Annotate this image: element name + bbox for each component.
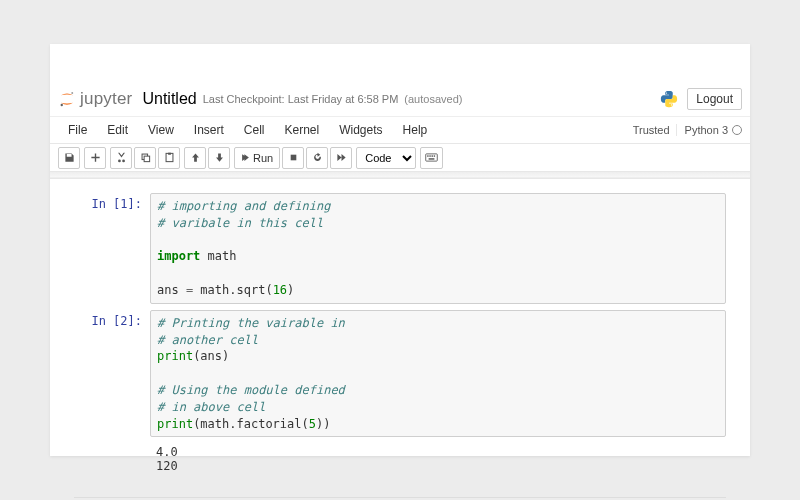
notebook-area: In [1]: # importing and defining # varib… bbox=[50, 179, 750, 491]
menu-cell[interactable]: Cell bbox=[234, 119, 275, 141]
clipboard-icon bbox=[164, 152, 175, 163]
menu-file[interactable]: File bbox=[58, 119, 97, 141]
arrow-up-icon bbox=[190, 152, 201, 163]
input-prompt: In [2]: bbox=[74, 310, 150, 438]
arrow-down-icon bbox=[214, 152, 225, 163]
menu-edit[interactable]: Edit bbox=[97, 119, 138, 141]
restart-icon bbox=[312, 152, 323, 163]
svg-point-3 bbox=[671, 104, 672, 105]
fast-forward-icon bbox=[336, 152, 347, 163]
code-cell[interactable]: In [2]: # Printing the vairable in # ano… bbox=[74, 310, 726, 438]
svg-rect-5 bbox=[144, 156, 150, 162]
save-icon bbox=[64, 152, 75, 163]
cell-input[interactable]: # Printing the vairable in # another cel… bbox=[150, 310, 726, 438]
plus-icon bbox=[90, 152, 101, 163]
run-icon bbox=[241, 153, 250, 162]
jupyter-wordmark: jupyter bbox=[80, 89, 132, 109]
run-button[interactable]: Run bbox=[234, 147, 280, 169]
kernel-idle-icon bbox=[732, 125, 742, 135]
copy-icon bbox=[140, 152, 151, 163]
cell-output: 4.0 120 bbox=[150, 443, 726, 475]
jupyter-logo[interactable]: jupyter bbox=[58, 89, 132, 109]
toolbar-shadow bbox=[50, 172, 750, 178]
svg-rect-11 bbox=[430, 155, 431, 156]
cell-type-select[interactable]: Code bbox=[356, 147, 416, 169]
menu-view[interactable]: View bbox=[138, 119, 184, 141]
kernel-indicator[interactable]: Python 3 bbox=[676, 124, 742, 136]
interrupt-button[interactable] bbox=[282, 147, 304, 169]
move-down-button[interactable] bbox=[208, 147, 230, 169]
scissors-icon bbox=[116, 152, 127, 163]
header-row: jupyter Untitled Last Checkpoint: Last F… bbox=[50, 84, 750, 116]
svg-rect-13 bbox=[434, 155, 435, 156]
insert-cell-button[interactable] bbox=[84, 147, 106, 169]
cut-button[interactable] bbox=[110, 147, 132, 169]
copy-button[interactable] bbox=[134, 147, 156, 169]
checkpoint-status: Last Checkpoint: Last Friday at 6:58 PM bbox=[203, 93, 399, 105]
svg-point-2 bbox=[666, 92, 667, 93]
svg-point-0 bbox=[71, 92, 73, 94]
restart-run-all-button[interactable] bbox=[330, 147, 352, 169]
python-icon bbox=[659, 89, 679, 109]
autosave-status: (autosaved) bbox=[404, 93, 462, 105]
keyboard-icon bbox=[425, 152, 438, 163]
notebook-window: jupyter Untitled Last Checkpoint: Last F… bbox=[50, 44, 750, 456]
logout-button[interactable]: Logout bbox=[687, 88, 742, 110]
move-up-button[interactable] bbox=[184, 147, 206, 169]
toolbar: Run Code bbox=[50, 144, 750, 172]
notebook-name[interactable]: Untitled bbox=[142, 90, 196, 108]
output-cell: 4.0 120 bbox=[74, 443, 726, 475]
svg-rect-7 bbox=[168, 153, 171, 155]
input-prompt: In [1]: bbox=[74, 193, 150, 304]
cell-input[interactable]: # importing and defining # varibale in t… bbox=[150, 193, 726, 304]
paste-button[interactable] bbox=[158, 147, 180, 169]
svg-rect-10 bbox=[427, 155, 428, 156]
restart-button[interactable] bbox=[306, 147, 328, 169]
menu-insert[interactable]: Insert bbox=[184, 119, 234, 141]
menubar: File Edit View Insert Cell Kernel Widget… bbox=[50, 116, 750, 144]
output-prompt bbox=[74, 443, 150, 475]
code-cell[interactable]: In [1]: # importing and defining # varib… bbox=[74, 193, 726, 304]
run-label: Run bbox=[253, 152, 273, 164]
jupyter-icon bbox=[58, 90, 76, 108]
svg-rect-14 bbox=[429, 158, 435, 159]
menu-help[interactable]: Help bbox=[393, 119, 438, 141]
save-button[interactable] bbox=[58, 147, 80, 169]
command-palette-button[interactable] bbox=[420, 147, 443, 169]
menu-widgets[interactable]: Widgets bbox=[329, 119, 392, 141]
svg-rect-9 bbox=[426, 154, 438, 161]
menu-kernel[interactable]: Kernel bbox=[275, 119, 330, 141]
stop-icon bbox=[289, 153, 298, 162]
trusted-indicator[interactable]: Trusted bbox=[633, 124, 670, 136]
svg-point-1 bbox=[61, 104, 63, 106]
end-divider bbox=[74, 497, 726, 498]
svg-rect-8 bbox=[290, 155, 296, 161]
svg-rect-12 bbox=[432, 155, 433, 156]
kernel-name-label: Python 3 bbox=[685, 124, 728, 136]
header: jupyter Untitled Last Checkpoint: Last F… bbox=[50, 84, 750, 179]
